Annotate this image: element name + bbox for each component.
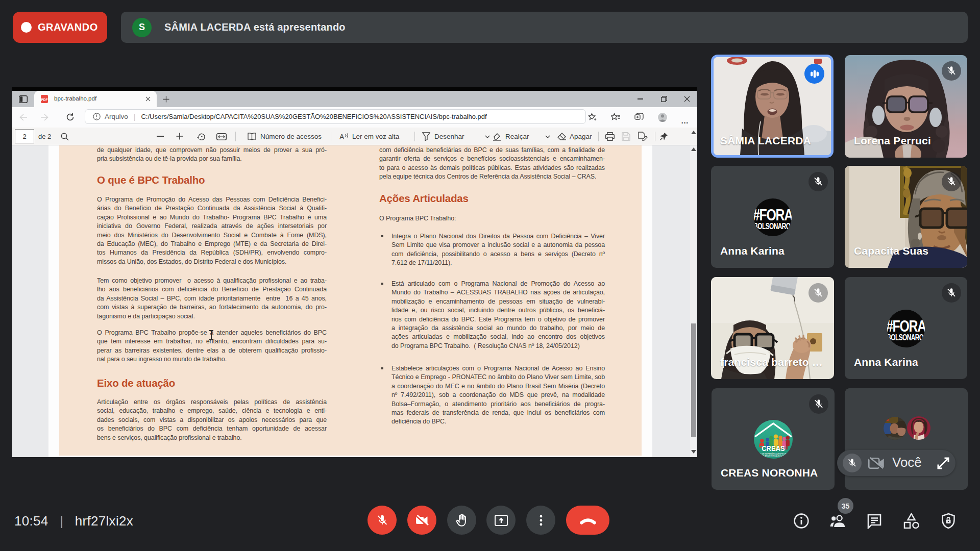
svg-text:BOLSONARO!: BOLSONARO! [887, 333, 925, 342]
svg-text:PDF: PDF [41, 98, 48, 102]
svg-text:CREAS: CREAS [762, 444, 785, 453]
svg-text:A: A [339, 133, 345, 141]
svg-text:BOLSONARO!: BOLSONARO! [754, 221, 792, 231]
svg-text:CENTRO DE REFERÊNCIA ESPECIALI: CENTRO DE REFERÊNCIA ESPECIALIZADO [754, 453, 793, 455]
svg-text:DE ASSISTÊNCIA SOCIAL: DE ASSISTÊNCIA SOCIAL [762, 455, 785, 457]
